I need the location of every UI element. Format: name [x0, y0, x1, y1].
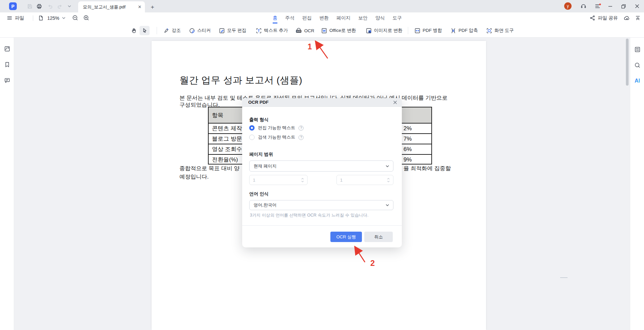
page-to-stepper[interactable] [336, 175, 393, 185]
table-cell-label: 콘텐츠 제작 [212, 124, 242, 133]
stepper-arrows-icon[interactable] [387, 178, 390, 182]
zoom-level-value[interactable]: 125% [47, 15, 59, 21]
radio-selected-icon[interactable] [249, 125, 255, 131]
vertical-scrollbar-thumb[interactable] [626, 39, 629, 86]
edit-all-button[interactable]: 모두 편집 [219, 23, 247, 38]
add-text-label: 텍스트 추가 [264, 28, 288, 34]
restore-button[interactable] [618, 0, 629, 12]
chevron-down-icon [386, 204, 389, 206]
left-panel-dock [0, 38, 14, 330]
paragraph-2-right-fragment: 율 최적화에 집중할 [404, 165, 451, 172]
zoom-caret-icon[interactable] [62, 17, 65, 19]
divider [33, 15, 33, 21]
file-menu-button[interactable]: 파일 [7, 15, 24, 21]
dialog-footer-divider [242, 225, 402, 226]
app-menu-icon[interactable] [595, 3, 601, 9]
minimize-button[interactable] [604, 0, 616, 12]
page-to-input[interactable] [340, 178, 387, 183]
menu-tab-edit[interactable]: 편집 [302, 12, 312, 23]
help-icon[interactable]: ? [299, 135, 304, 140]
radio-editable-text[interactable]: 편집 가능한 텍스트 ? [249, 125, 304, 131]
menu-tab-page[interactable]: 페이지 [336, 12, 351, 23]
menu-tab-comment[interactable]: 주석 [285, 12, 294, 23]
pdf-compress-button[interactable]: PDF 압축 [450, 23, 478, 38]
app-logo[interactable]: P [9, 2, 17, 10]
redo-icon[interactable] [57, 3, 63, 9]
pdf-merge-button[interactable]: PDF 병합 [414, 23, 442, 38]
thumbnails-panel-icon[interactable] [4, 46, 10, 52]
undo-icon[interactable] [47, 3, 53, 9]
help-icon[interactable]: ? [299, 126, 304, 131]
table-header-item: 항목 [212, 107, 223, 123]
radio-searchable-text[interactable]: 검색 가능한 텍스트 ? [249, 134, 304, 140]
select-tool-button[interactable] [142, 23, 148, 38]
zoom-in-icon[interactable] [83, 15, 90, 21]
ocr-button[interactable]: OCR OCR [295, 23, 314, 38]
tab-close-icon[interactable]: ✕ [138, 5, 142, 9]
support-headset-icon[interactable] [580, 3, 587, 9]
comments-panel-icon[interactable] [4, 77, 10, 84]
ocr-icon: OCR [295, 28, 302, 34]
screen-tool-label: 화면 도구 [494, 28, 514, 34]
pdf-editor-window: P 모의_보고서_샘플.pdf ✕ ＋ y [0, 0, 644, 330]
chevron-down-icon [386, 165, 389, 167]
run-ocr-button[interactable]: OCR 실행 [330, 232, 362, 242]
radio-searchable-label: 검색 가능한 텍스트 [258, 134, 295, 140]
radio-unselected-icon[interactable] [249, 135, 255, 140]
table-cell-value: 6% [404, 144, 412, 154]
sticker-button[interactable]: 스티커 [189, 23, 211, 38]
new-tab-button[interactable]: ＋ [150, 3, 155, 11]
avatar[interactable]: y [564, 2, 572, 10]
cloud-upload-icon[interactable] [624, 15, 631, 21]
page-fit-icon[interactable] [38, 15, 44, 21]
document-tab[interactable]: 모의_보고서_샘플.pdf ✕ [78, 1, 145, 12]
document-tab-title: 모의_보고서_샘플.pdf [83, 4, 138, 10]
zoom-out-icon[interactable] [72, 15, 78, 21]
screen-tool-button[interactable]: 화면 도구 [486, 23, 514, 38]
share-button[interactable]: 파일 공유 [590, 15, 618, 21]
dialog-close-icon[interactable] [393, 100, 397, 104]
menu-tab-protect[interactable]: 보안 [358, 12, 368, 23]
hamburger-icon [7, 15, 12, 21]
menu-tab-tool[interactable]: 도구 [392, 12, 402, 23]
menubar: 파일 125% 홈 주석 편집 변환 페이지 보안 양식 도구 [0, 12, 644, 23]
print-icon[interactable] [36, 3, 42, 9]
language-dropdown[interactable]: 영어,한국어 [249, 200, 393, 210]
table-cell-label: 블로그 방문 [212, 134, 242, 144]
collapse-toolbar-icon[interactable] [635, 15, 641, 21]
svg-text:OCR: OCR [297, 30, 301, 32]
page-from-input[interactable] [253, 178, 301, 183]
to-office-button[interactable]: Office로 변환 [321, 23, 356, 38]
share-label: 파일 공유 [598, 15, 618, 21]
menu-tab-convert[interactable]: 변환 [319, 12, 329, 23]
pdf-merge-icon [414, 28, 421, 34]
ai-assistant-button[interactable]: AI [634, 77, 642, 85]
to-image-button[interactable]: 이미지로 변환 [366, 23, 402, 38]
highlight-button[interactable]: 강조 [163, 23, 181, 38]
edit-all-icon [219, 28, 225, 34]
bookmarks-panel-icon[interactable] [4, 61, 10, 68]
pdf-compress-icon [450, 28, 457, 34]
hand-tool-button[interactable] [131, 23, 137, 38]
save-icon[interactable] [27, 3, 33, 9]
page-range-dropdown[interactable]: 현재 페이지 [249, 160, 393, 172]
divider [157, 27, 157, 34]
ocr-label: OCR [304, 28, 314, 33]
add-text-button[interactable]: 텍스트 추가 [256, 23, 288, 38]
properties-panel-icon[interactable] [634, 46, 641, 53]
menu-tab-form[interactable]: 양식 [375, 12, 385, 23]
paragraph-2-left-fragment: 종합적으로 목표 대비 양 [179, 165, 239, 172]
menu-tab-home[interactable]: 홈 [273, 12, 277, 23]
toolbar: 강조 스티커 모두 편집 텍스트 추가 OCR OCR Office로 변환 이… [0, 23, 644, 38]
stepper-arrows-icon[interactable] [301, 178, 304, 182]
close-window-button[interactable] [631, 0, 643, 12]
page-from-stepper[interactable] [249, 175, 308, 185]
cancel-button[interactable]: 취소 [364, 232, 393, 242]
hand-icon [131, 28, 137, 34]
search-icon[interactable] [634, 62, 641, 68]
range-dash [560, 277, 568, 278]
output-format-heading: 출력 형식 [249, 117, 269, 123]
history-caret-icon[interactable] [68, 5, 71, 7]
right-panel-dock: AI [630, 38, 644, 330]
table-cell-label: 전환율(%) [212, 155, 238, 164]
